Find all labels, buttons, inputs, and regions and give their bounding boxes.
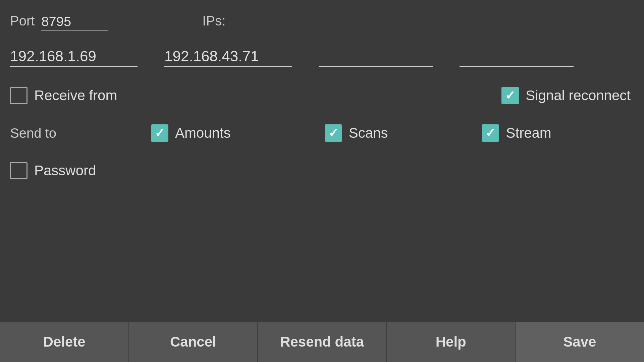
ips-label: IPs: — [202, 13, 225, 31]
settings-page: Port IPs: Receive from Signal reconnect … — [0, 0, 644, 362]
port-label: Port — [10, 13, 35, 31]
cancel-button[interactable]: Cancel — [129, 322, 258, 362]
receive-from-label: Receive from — [34, 87, 117, 104]
password-row: Password — [10, 162, 634, 179]
receive-from-group: Receive from — [10, 87, 117, 104]
ip2-input[interactable] — [164, 48, 292, 67]
scans-checkbox[interactable] — [325, 124, 342, 142]
amounts-label: Amounts — [175, 125, 231, 141]
password-label: Password — [34, 163, 96, 179]
port-row: Port IPs: — [10, 13, 634, 35]
port-input[interactable] — [41, 14, 108, 31]
scans-group: Scans — [325, 124, 388, 142]
stream-checkbox[interactable] — [482, 124, 499, 142]
ip1-input[interactable] — [10, 48, 138, 67]
resend-data-button[interactable]: Resend data — [258, 322, 386, 362]
signal-reconnect-group: Signal reconnect — [501, 87, 634, 104]
help-button[interactable]: Help — [387, 322, 516, 362]
receive-from-checkbox[interactable] — [10, 87, 28, 104]
save-button[interactable]: Save — [516, 322, 644, 362]
send-to-label: Send to — [10, 126, 151, 141]
action-buttons: Delete Cancel Resend data Help Save — [0, 322, 644, 362]
signal-reconnect-checkbox[interactable] — [501, 87, 519, 104]
sendto-row: Send to Amounts Scans Stream — [10, 124, 634, 142]
ip4-input[interactable] — [460, 48, 574, 67]
delete-button[interactable]: Delete — [0, 322, 129, 362]
receive-row: Receive from Signal reconnect — [10, 87, 634, 104]
ips-row — [10, 48, 634, 67]
ip3-input[interactable] — [319, 48, 433, 67]
scans-label: Scans — [349, 125, 388, 141]
stream-label: Stream — [506, 125, 551, 141]
stream-group: Stream — [482, 124, 551, 142]
signal-reconnect-label: Signal reconnect — [526, 87, 631, 104]
amounts-group: Amounts — [151, 124, 231, 142]
password-checkbox[interactable] — [10, 162, 28, 179]
amounts-checkbox[interactable] — [151, 124, 168, 142]
